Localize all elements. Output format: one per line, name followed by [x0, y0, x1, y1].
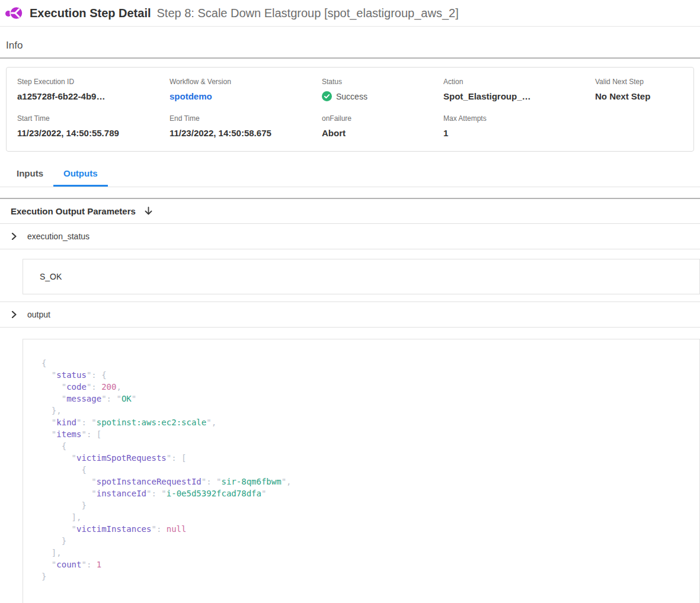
field-value: 11/23/2022, 14:50:58.675	[170, 128, 322, 138]
info-section-heading: Info	[6, 40, 700, 52]
param-name: execution_status	[27, 232, 90, 241]
chevron-right-icon[interactable]	[11, 311, 18, 318]
info-divider	[0, 57, 700, 59]
row-divider	[0, 327, 700, 328]
field-max-attempts: Max Attempts 1	[443, 114, 595, 138]
params-title: Execution Output Parameters	[11, 206, 136, 216]
field-label: Valid Next Step	[595, 78, 683, 86]
tab-outputs[interactable]: Outputs	[53, 163, 108, 187]
output-value-box: { "status": { "code": 200, "message": "O…	[23, 339, 700, 603]
success-check-icon	[322, 91, 332, 101]
field-label: Action	[443, 78, 595, 86]
page-title: Execution Step Detail	[30, 7, 151, 20]
workflow-link[interactable]: spotdemo	[170, 91, 322, 101]
download-arrow-icon[interactable]	[144, 207, 153, 216]
page-subtitle: Step 8: Scale Down Elastgroup [spot_elas…	[157, 7, 459, 20]
tab-bar: Inputs Outputs	[0, 163, 700, 187]
field-on-failure: onFailure Abort	[322, 114, 443, 138]
param-name: output	[27, 310, 50, 319]
field-label: onFailure	[322, 114, 443, 123]
field-label: Max Attempts	[443, 114, 595, 123]
field-start-time: Start Time 11/23/2022, 14:50:55.789	[17, 114, 170, 138]
param-row-execution-status[interactable]: execution_status	[0, 224, 700, 249]
field-value: No Next Step	[595, 91, 683, 101]
app-logo-icon	[5, 4, 24, 22]
field-value: 1	[443, 128, 595, 138]
field-value: a125728f-6b22-4b9…	[17, 91, 170, 101]
info-card: Step Execution ID a125728f-6b22-4b9… Wor…	[6, 67, 694, 152]
field-workflow-version: Workflow & Version spotdemo	[170, 78, 322, 101]
field-label: Status	[322, 78, 443, 86]
tab-inputs[interactable]: Inputs	[7, 163, 53, 187]
execution-status-value: S_OK	[40, 272, 62, 281]
status-text: Success	[336, 92, 367, 101]
field-action: Action Spot_Elastigroup_…	[443, 78, 595, 101]
row-divider	[0, 249, 700, 249]
field-status: Status Success	[322, 78, 443, 101]
field-valid-next-step: Valid Next Step No Next Step	[595, 78, 683, 101]
param-row-output[interactable]: output	[0, 302, 700, 327]
field-end-time: End Time 11/23/2022, 14:50:58.675	[170, 114, 322, 138]
app-header: Execution Step Detail Step 8: Scale Down…	[0, 0, 700, 27]
output-json-code: { "status": { "code": 200, "message": "O…	[41, 357, 688, 582]
field-value: Abort	[322, 128, 443, 138]
field-value: Spot_Elastigroup_…	[443, 91, 595, 101]
field-label: Step Execution ID	[17, 78, 170, 86]
execution-status-value-box: S_OK	[23, 259, 700, 294]
execution-output-parameters-header: Execution Output Parameters	[0, 199, 700, 223]
field-label: Start Time	[17, 114, 170, 123]
field-step-execution-id: Step Execution ID a125728f-6b22-4b9…	[17, 78, 170, 101]
field-label: Workflow & Version	[170, 78, 322, 86]
field-label: End Time	[170, 114, 322, 123]
chevron-right-icon[interactable]	[11, 233, 18, 240]
field-value: 11/23/2022, 14:50:55.789	[17, 128, 170, 138]
